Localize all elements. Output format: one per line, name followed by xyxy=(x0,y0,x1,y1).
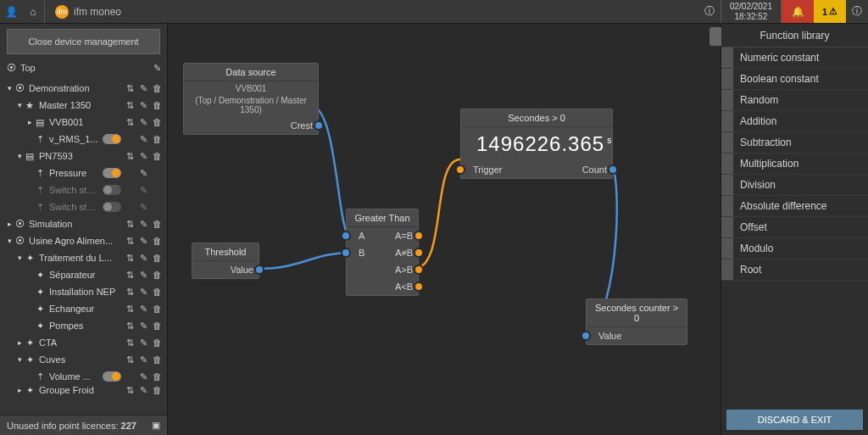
tree-row[interactable]: ✦Séparateur⇅✎🗑 xyxy=(0,266,167,283)
drag-handle-icon[interactable] xyxy=(721,111,733,131)
tree-row[interactable]: ✦Pompes⇅✎🗑 xyxy=(0,317,167,334)
function-item[interactable]: Addition xyxy=(721,111,868,132)
tree-row[interactable]: ▸⦿Simulation⇅✎🗑 xyxy=(0,215,167,232)
edit-icon[interactable]: ✎ xyxy=(136,134,150,145)
function-item[interactable]: Multiplication xyxy=(721,153,868,175)
edit-icon[interactable]: ✎ xyxy=(136,185,150,196)
tree-row[interactable]: ⇡Pressure✎ xyxy=(0,165,167,181)
info-icon[interactable]: ⓘ xyxy=(846,1,868,23)
node-data-source[interactable]: Data source VVB001 (Top / Demonstration … xyxy=(183,63,319,135)
edit-icon[interactable]: ✎ xyxy=(136,236,150,247)
input-port[interactable] xyxy=(341,248,351,258)
delete-icon[interactable]: 🗑 xyxy=(150,287,164,297)
node-threshold[interactable]: Threshold Value xyxy=(192,243,259,279)
edit-icon[interactable]: ✎ xyxy=(136,202,150,213)
sort-icon[interactable]: ⇅ xyxy=(123,151,136,162)
caret-icon[interactable]: ▸ xyxy=(25,118,34,126)
tree-row[interactable]: ▾⦿Usine Agro Alimen...⇅✎🗑 xyxy=(0,232,167,249)
delete-icon[interactable]: 🗑 xyxy=(150,337,164,348)
delete-icon[interactable]: 🗑 xyxy=(150,236,164,246)
drag-handle-icon[interactable] xyxy=(721,175,733,195)
sort-icon[interactable]: ⇅ xyxy=(123,117,136,128)
tree-row[interactable]: ✦Echangeur⇅✎🗑 xyxy=(0,300,167,317)
sort-icon[interactable]: ⇅ xyxy=(123,287,136,298)
toggle-switch[interactable] xyxy=(103,134,121,144)
home-icon[interactable]: ⌂ xyxy=(22,1,44,23)
output-port[interactable] xyxy=(254,265,264,275)
delete-icon[interactable]: 🗑 xyxy=(150,354,164,365)
edit-icon[interactable]: ✎ xyxy=(136,354,150,365)
delete-icon[interactable]: 🗑 xyxy=(150,100,164,110)
caret-icon[interactable]: ▸ xyxy=(5,220,14,228)
tree-top-label[interactable]: Top xyxy=(17,63,150,73)
flow-canvas[interactable]: Data source VVB001 (Top / Demonstration … xyxy=(168,24,721,435)
user-icon[interactable]: 👤 xyxy=(0,1,22,23)
edit-icon[interactable]: ✎ xyxy=(136,151,150,162)
tree-row[interactable]: ✦Installation NEP⇅✎🗑 xyxy=(0,283,167,300)
delete-icon[interactable]: 🗑 xyxy=(150,371,164,382)
edit-icon[interactable]: ✎ xyxy=(136,117,150,128)
input-port[interactable] xyxy=(341,231,351,241)
sort-icon[interactable]: ⇅ xyxy=(123,304,136,315)
caret-icon[interactable]: ▸ xyxy=(15,386,24,394)
input-port[interactable] xyxy=(581,331,591,341)
edit-icon[interactable]: ✎ xyxy=(136,219,150,230)
edit-icon[interactable]: ✎ xyxy=(150,63,164,74)
function-item[interactable]: Modulo xyxy=(721,238,868,259)
toggle-switch[interactable] xyxy=(103,202,121,212)
edit-icon[interactable]: ✎ xyxy=(136,168,150,179)
caret-icon[interactable]: ▾ xyxy=(15,254,24,262)
tree-row[interactable]: ▸▤VVB001⇅✎🗑 xyxy=(0,114,167,131)
function-item[interactable]: Boolean constant xyxy=(721,69,868,90)
delete-icon[interactable]: 🗑 xyxy=(150,219,164,229)
panel-collapse-handle[interactable] xyxy=(709,27,721,46)
edit-icon[interactable]: ✎ xyxy=(136,253,150,264)
tree-row[interactable]: ▾★Master 1350⇅✎🗑 xyxy=(0,97,167,114)
function-item[interactable]: Numeric constant xyxy=(721,47,868,69)
tree-row[interactable]: ⇡Switch statu...✎ xyxy=(0,181,167,198)
node-secondes-counter[interactable]: Secondes counter > 0 Value xyxy=(586,298,687,345)
sort-icon[interactable]: ⇅ xyxy=(123,219,136,230)
output-port[interactable] xyxy=(608,165,618,175)
edit-icon[interactable]: ✎ xyxy=(136,385,150,396)
output-port[interactable] xyxy=(414,265,424,275)
tree-row[interactable]: ⇡Switch statu...✎ xyxy=(0,198,167,215)
drag-handle-icon[interactable] xyxy=(721,259,733,280)
tree-row[interactable]: ⇡Volume ...✎🗑 xyxy=(0,368,167,385)
tree-row[interactable]: ▾⦿Demonstration⇅✎🗑 xyxy=(0,80,167,97)
help-icon[interactable]: ⓘ xyxy=(698,1,721,23)
toggle-switch[interactable] xyxy=(103,371,121,382)
drag-handle-icon[interactable] xyxy=(721,132,733,153)
sort-icon[interactable]: ⇅ xyxy=(123,354,136,365)
delete-icon[interactable]: 🗑 xyxy=(150,385,164,395)
caret-icon[interactable]: ▾ xyxy=(15,101,24,109)
input-port[interactable] xyxy=(455,165,465,175)
drag-handle-icon[interactable] xyxy=(721,153,733,174)
sort-icon[interactable]: ⇅ xyxy=(123,337,136,349)
node-counter[interactable]: Secondes > 0 1496226.365s Trigger Count xyxy=(460,109,613,179)
delete-icon[interactable]: 🗑 xyxy=(150,83,164,93)
function-item[interactable]: Absolute difference xyxy=(721,196,868,217)
delete-icon[interactable]: 🗑 xyxy=(150,151,164,161)
edit-icon[interactable]: ✎ xyxy=(136,287,150,298)
output-port[interactable] xyxy=(314,120,324,131)
sort-icon[interactable]: ⇅ xyxy=(123,270,136,281)
delete-icon[interactable]: 🗑 xyxy=(150,253,164,263)
sort-icon[interactable]: ⇅ xyxy=(123,100,136,111)
drag-handle-icon[interactable] xyxy=(721,238,733,259)
function-item[interactable]: Root xyxy=(721,259,868,281)
licence-config-icon[interactable]: ▣ xyxy=(152,420,160,431)
tree-row[interactable]: ⇡v_RMS_1...✎🗑 xyxy=(0,131,167,148)
edit-icon[interactable]: ✎ xyxy=(136,337,150,349)
edit-icon[interactable]: ✎ xyxy=(136,304,150,315)
edit-icon[interactable]: ✎ xyxy=(136,371,150,382)
delete-icon[interactable]: 🗑 xyxy=(150,117,164,127)
sort-icon[interactable]: ⇅ xyxy=(123,236,136,247)
sort-icon[interactable]: ⇅ xyxy=(123,83,136,94)
output-port[interactable] xyxy=(414,282,424,292)
caret-icon[interactable]: ▾ xyxy=(5,84,14,92)
function-item[interactable]: Division xyxy=(721,175,868,196)
discard-exit-button[interactable]: DISCARD & EXIT xyxy=(726,410,863,430)
drag-handle-icon[interactable] xyxy=(721,217,733,237)
toggle-switch[interactable] xyxy=(103,168,121,178)
